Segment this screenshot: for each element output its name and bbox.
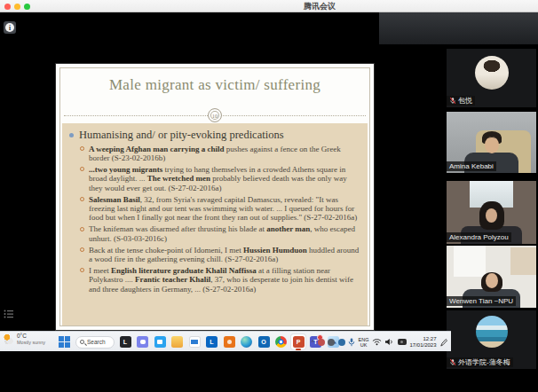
tray-microphone-icon[interactable] xyxy=(348,338,355,347)
avatar xyxy=(476,316,508,348)
slide-sub-bullet-item: Salesman Basil, 32, from Syria's ravaged… xyxy=(80,195,360,223)
edge-icon xyxy=(241,336,252,348)
powerpoint-taskbar-button[interactable] xyxy=(291,334,305,349)
chrome-taskbar-button[interactable] xyxy=(274,334,289,349)
outlook-icon xyxy=(258,336,270,348)
participant-name-badge: Wenwen Tian ~NPU xyxy=(447,296,516,306)
wifi-icon[interactable] xyxy=(372,338,382,346)
participant-name: 外语学院-蒲冬梅 xyxy=(458,357,510,367)
chat-taskbar-button[interactable] xyxy=(136,334,150,349)
app-dark-l-icon xyxy=(120,336,131,348)
slide-bullet-list: A weeping Afghan man carrying a child pu… xyxy=(68,145,360,294)
file-explorer-taskbar-button[interactable] xyxy=(170,334,185,349)
mail-taskbar-button[interactable] xyxy=(187,334,202,349)
powerpoint-icon xyxy=(293,336,305,348)
participant-name: Wenwen Tian ~NPU xyxy=(449,296,513,306)
meeting-window: 腾讯会议 i Male migrant as victim/ suffering… xyxy=(0,0,538,392)
screen-share-area: i Male migrant as victim/ suffering 10 H… xyxy=(0,12,538,392)
window-title: 腾讯会议 xyxy=(293,1,346,12)
slide-sub-bullet-item: Back at the tense choke-point of Idomeni… xyxy=(80,246,360,264)
taskbar-apps xyxy=(118,334,340,349)
speaker-icon[interactable] xyxy=(384,338,394,346)
camera-tray-icon[interactable] xyxy=(398,339,407,345)
edge-taskbar-button[interactable] xyxy=(240,334,254,349)
muted-mic-icon xyxy=(449,97,456,105)
participant-tile[interactable]: Amina Kebabi xyxy=(447,112,536,173)
search-icon xyxy=(80,340,84,344)
sub-bullet-text: Salesman Basil, 32, from Syria's ravaged… xyxy=(89,195,360,223)
windows-start-button[interactable] xyxy=(59,336,70,348)
sub-bullet-text: ...two young migrants trying to hang the… xyxy=(89,165,360,192)
store-taskbar-button[interactable] xyxy=(153,334,167,349)
slide-page-number: 10 xyxy=(208,108,222,122)
tray-time: 12:27 xyxy=(423,336,436,342)
tray-app-icon[interactable] xyxy=(318,339,325,346)
participant-name: Alexandra Polyzou xyxy=(449,232,509,242)
participant-name: 包悦 xyxy=(458,96,472,106)
taskbar-clock[interactable]: 12:27 17/01/2023 xyxy=(409,336,436,349)
minimize-window-button[interactable] xyxy=(14,4,20,10)
window-controls xyxy=(4,4,30,10)
sidebar-header-strip xyxy=(379,12,538,44)
file-explorer-icon xyxy=(171,336,183,348)
info-icon: i xyxy=(5,23,14,32)
webcam-face xyxy=(486,273,498,288)
participant-name-badge: Amina Kebabi xyxy=(447,161,496,171)
participant-tile[interactable]: Wenwen Tian ~NPU xyxy=(447,246,536,308)
participant-tile[interactable]: 外语学院-蒲冬梅 xyxy=(447,310,536,369)
slide-heading: Humanising and/ or pity-evoking predicat… xyxy=(79,129,284,142)
weather-text: 0°C Mostly sunny xyxy=(17,333,45,345)
app-dark-l-taskbar-button[interactable] xyxy=(118,334,132,349)
meeting-info-button[interactable]: i xyxy=(4,21,16,34)
sub-bullet-text: The knifeman was disarmed after thrustin… xyxy=(89,224,360,243)
language-indicator[interactable]: ENG UK xyxy=(359,337,369,348)
muted-mic-icon xyxy=(449,358,456,366)
tray-overflow-chevron-icon[interactable]: ^ xyxy=(312,339,314,345)
sub-bullet-icon xyxy=(80,227,84,231)
webcam-feature xyxy=(454,246,486,277)
fullscreen-window-button[interactable] xyxy=(24,4,30,10)
annotation-list-icon[interactable] xyxy=(4,307,14,323)
participant-name-badge: Alexandra Polyzou xyxy=(447,232,511,242)
slide-title: Male migrant as victim/ suffering xyxy=(56,76,374,94)
close-window-button[interactable] xyxy=(4,4,11,10)
windows-taskbar: 0°C Mostly sunny Search ^ xyxy=(0,331,451,351)
app-orange-icon xyxy=(224,336,235,348)
chat-icon xyxy=(137,336,148,348)
shared-slide: Male migrant as victim/ suffering 10 Hum… xyxy=(56,64,374,330)
taskbar-search[interactable]: Search xyxy=(75,336,115,349)
participant-name-badge: 包悦 xyxy=(447,96,475,106)
slide-body: Humanising and/ or pity-evoking predicat… xyxy=(62,123,368,325)
app-orange-taskbar-button[interactable] xyxy=(222,334,236,349)
weather-widget[interactable]: 0°C Mostly sunny xyxy=(3,333,45,345)
sub-bullet-icon xyxy=(80,197,84,201)
language-region: UK xyxy=(360,342,368,348)
avatar xyxy=(475,56,509,90)
tray-date: 17/01/2023 xyxy=(409,342,436,349)
participant-name-badge: 外语学院-蒲冬梅 xyxy=(447,357,513,367)
slide-sub-bullet-item: The knifeman was disarmed after thrustin… xyxy=(80,224,360,243)
participant-tile[interactable]: Alexandra Polyzou xyxy=(447,181,536,244)
weather-condition: Mostly sunny xyxy=(17,340,45,346)
weather-sun-cloud-icon xyxy=(3,333,14,345)
slide-sub-bullet-item: I meet English literature graduate Khali… xyxy=(80,266,360,294)
outlook-taskbar-button[interactable] xyxy=(257,334,271,349)
participant-tile[interactable]: 包悦 xyxy=(447,49,536,107)
participant-name: Amina Kebabi xyxy=(449,161,494,171)
sub-bullet-text: Back at the tense choke-point of Idomeni… xyxy=(89,246,360,264)
tray-app-icon[interactable] xyxy=(328,339,335,346)
chrome-icon xyxy=(275,336,287,348)
system-tray: ^ ENG UK xyxy=(312,333,447,350)
sub-bullet-text: A weeping Afghan man carrying a child pu… xyxy=(89,145,360,163)
webcam-face xyxy=(485,137,499,153)
heading-bullet-icon xyxy=(69,133,74,137)
sub-bullet-icon xyxy=(80,167,84,171)
pen-icon[interactable] xyxy=(439,338,447,347)
macos-titlebar: 腾讯会议 xyxy=(0,0,538,12)
app-blue-taskbar-button[interactable] xyxy=(205,334,219,349)
tray-headset-icon[interactable] xyxy=(338,339,345,346)
store-icon xyxy=(154,336,166,348)
app-blue-icon xyxy=(206,336,218,348)
sub-bullet-icon xyxy=(80,268,84,272)
sub-bullet-icon xyxy=(80,146,84,151)
